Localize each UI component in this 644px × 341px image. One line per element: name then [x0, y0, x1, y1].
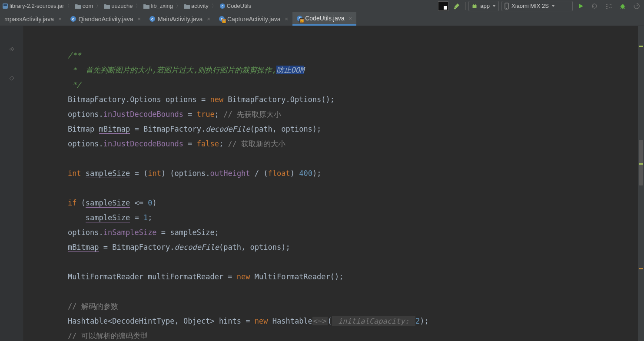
crumb-label: com — [83, 3, 93, 9]
crumb-label: CodeUtils — [227, 3, 251, 9]
svg-point-6 — [506, 8, 507, 9]
build-button[interactable] — [451, 1, 463, 11]
play-icon — [578, 3, 584, 9]
vertical-scrollbar[interactable] — [638, 26, 644, 341]
run-config-selector[interactable]: app — [468, 1, 499, 11]
svg-rect-8 — [606, 6, 607, 7]
svg-rect-9 — [606, 8, 607, 9]
crumb-label: library-2.2-sources.jar — [10, 3, 64, 9]
run-button[interactable] — [575, 1, 587, 11]
svg-text:c: c — [222, 4, 224, 8]
class-icon: c — [70, 16, 76, 22]
chevron-right-icon: 〉 — [66, 3, 73, 9]
svg-rect-1 — [3, 4, 7, 6]
phone-icon — [505, 3, 509, 10]
device-selector[interactable]: Xiaomi MIX 2S — [501, 1, 573, 11]
crumb-codeutils[interactable]: c CodeUtils — [217, 3, 253, 9]
crumb-label: lib_zxing — [151, 3, 173, 9]
crumb-label: uuzuche — [111, 3, 133, 9]
svg-line-13 — [621, 8, 621, 9]
code-area[interactable]: /** * 首先判断图片的大小,若图片过大,则执行图片的裁剪操作,防止OOM *… — [23, 26, 638, 341]
svg-line-15 — [637, 5, 638, 6]
folder-icon — [184, 3, 190, 9]
svg-line-11 — [620, 6, 621, 7]
tab-label: mpassActivity.java — [4, 16, 54, 23]
close-icon[interactable]: × — [138, 16, 141, 22]
close-icon[interactable]: × — [58, 16, 62, 22]
class-icon: c — [219, 3, 226, 9]
class-icon: c — [149, 16, 155, 22]
class-lock-icon: c🔒 — [297, 16, 302, 21]
chevron-right-icon: 〉 — [211, 3, 217, 9]
lock-icon: 🔒 — [222, 19, 226, 23]
apply-code-changes-button[interactable] — [603, 1, 614, 11]
breadcrumb: library-2.2-sources.jar 〉 com 〉 uuzuche … — [0, 3, 438, 9]
tab-label: CaptureActivity.java — [227, 16, 281, 23]
run-config-label: app — [480, 3, 490, 9]
scroll-mark[interactable] — [639, 163, 643, 165]
fold-marker-icon[interactable] — [9, 75, 15, 81]
device-label: Xiaomi MIX 2S — [511, 3, 549, 9]
chevron-down-icon — [551, 5, 555, 7]
close-icon[interactable]: × — [207, 16, 210, 22]
folder-icon — [75, 3, 81, 9]
tab-codeutils[interactable]: c🔒 CodeUtils.java × — [292, 12, 356, 26]
android-icon — [471, 3, 478, 9]
chevron-right-icon: 〉 — [95, 3, 102, 9]
terminal-button[interactable] — [438, 1, 449, 11]
hammer-icon — [453, 2, 461, 10]
debug-button[interactable] — [617, 1, 628, 11]
close-icon[interactable]: × — [285, 16, 289, 22]
svg-rect-7 — [606, 4, 607, 5]
folder-icon — [143, 3, 149, 9]
svg-line-12 — [624, 6, 625, 7]
tab-mpassactivity[interactable]: mpassActivity.java × — [0, 12, 66, 26]
chevron-down-icon — [492, 5, 496, 7]
gutter[interactable] — [0, 26, 23, 341]
profiler-icon — [633, 3, 640, 10]
crumb-activity[interactable]: activity — [182, 3, 211, 9]
tab-qiandaoactivity[interactable]: c QiandaoActivity.java × — [66, 12, 145, 26]
code-line: /** * 首先判断图片的大小,若图片过大,则执行图片的裁剪操作,防止OOM *… — [32, 33, 638, 341]
refresh-run-icon — [591, 3, 598, 9]
editor: /** * 首先判断图片的大小,若图片过大,则执行图片的裁剪操作,防止OOM *… — [0, 26, 644, 341]
crumb-uuzuche[interactable]: uuzuche — [102, 3, 135, 9]
scroll-mark[interactable] — [639, 268, 643, 269]
profiler-button[interactable] — [631, 1, 642, 11]
toolbar: app Xiaomi MIX 2S — [438, 0, 644, 12]
apply-changes-button[interactable] — [589, 1, 601, 11]
tab-captureactivity[interactable]: c🔒 CaptureActivity.java × — [215, 12, 292, 26]
tab-label: CodeUtils.java — [305, 15, 344, 22]
folder-icon — [104, 3, 110, 9]
override-marker-icon[interactable] — [9, 46, 15, 52]
chevron-right-icon: 〉 — [135, 3, 141, 9]
crumb-label: activity — [191, 3, 209, 9]
scrollbar-thumb[interactable] — [639, 140, 643, 185]
scroll-mark[interactable] — [639, 46, 643, 47]
crumb-lib-zxing[interactable]: lib_zxing — [141, 3, 175, 9]
tab-mainactivity[interactable]: c MainActivity.java × — [145, 12, 215, 26]
svg-line-14 — [624, 8, 625, 9]
close-icon[interactable]: × — [349, 15, 352, 22]
class-lock-icon: c🔒 — [219, 16, 225, 22]
tab-label: QiandaoActivity.java — [79, 16, 133, 23]
code-changes-icon — [605, 3, 612, 9]
tab-label: MainActivity.java — [158, 16, 202, 23]
crumb-jar[interactable]: library-2.2-sources.jar — [0, 3, 66, 9]
lock-icon: 🔒 — [299, 18, 304, 23]
divider — [465, 2, 466, 10]
chevron-right-icon: 〉 — [175, 3, 182, 9]
editor-tabs: mpassActivity.java × c QiandaoActivity.j… — [0, 12, 644, 26]
bug-icon — [619, 3, 626, 10]
crumb-com[interactable]: com — [73, 3, 96, 9]
terminal-icon — [438, 1, 448, 11]
jar-icon — [2, 3, 8, 9]
